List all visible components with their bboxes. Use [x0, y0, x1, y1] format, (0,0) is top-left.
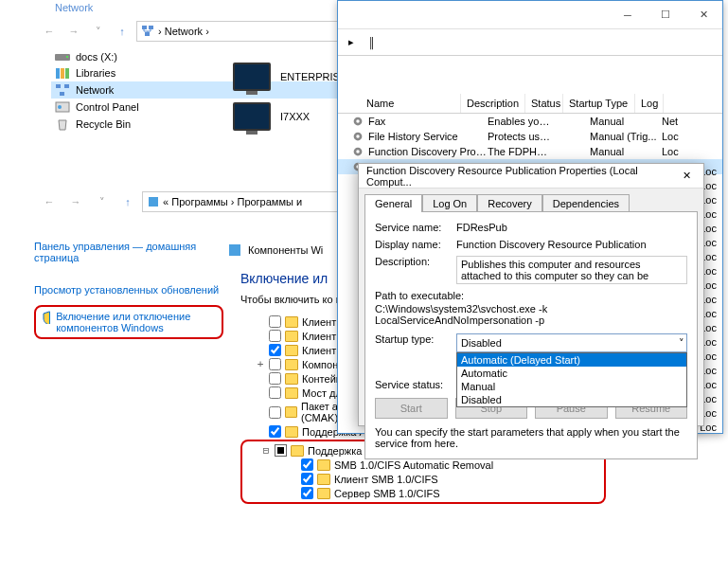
svg-rect-0: [142, 26, 147, 29]
forward-button[interactable]: →: [62, 21, 85, 42]
feature-checkbox[interactable]: [269, 315, 281, 328]
service-row[interactable]: Function Discovery Provide...The FDPHO..…: [338, 144, 722, 159]
label-service-status: Service status:: [375, 379, 456, 390]
services-toolbar: ▸ ║: [338, 29, 722, 56]
folder-icon: [317, 459, 330, 471]
close-button[interactable]: ✕: [684, 1, 722, 29]
feature-checkbox[interactable]: [269, 386, 281, 399]
cp-toggle-features-link[interactable]: Включение или отключение компонентов Win…: [56, 311, 216, 333]
option-automatic[interactable]: Automatic: [457, 367, 686, 380]
features-icon: [227, 243, 242, 258]
services-columns: Name Description Status Startup Type Log: [338, 94, 722, 114]
feature-checkbox[interactable]: [301, 473, 313, 485]
feature-item-smb-child[interactable]: Клиент SMB 1.0/CIFS: [246, 472, 600, 486]
computer-icon: [233, 63, 271, 91]
feature-checkbox[interactable]: [301, 487, 313, 499]
folder-icon: [317, 474, 330, 485]
control-panel-icon: [55, 100, 70, 114]
feature-checkbox[interactable]: [269, 358, 281, 370]
folder-icon: [291, 445, 304, 457]
col-name[interactable]: Name: [338, 94, 461, 113]
breadcrumb-item[interactable]: Network: [165, 26, 203, 37]
svg-rect-5: [56, 68, 60, 79]
svg-point-12: [58, 105, 62, 109]
feature-checkbox-partial[interactable]: [275, 444, 287, 457]
startup-type-select[interactable]: Disabled˅ Automatic (Delayed Start) Auto…: [456, 333, 687, 352]
col-startup[interactable]: Startup Type: [563, 94, 635, 113]
back-button[interactable]: ←: [38, 191, 61, 212]
tab-general[interactable]: General: [364, 194, 422, 212]
col-status[interactable]: Status: [525, 94, 563, 113]
programs-nav-bar: ← → ˅ ↑ « Программы › Программы и: [38, 191, 360, 212]
cp-view-updates-link[interactable]: Просмотр установленных обновлений: [34, 280, 223, 299]
up-button[interactable]: ↑: [112, 21, 133, 42]
service-row[interactable]: File History ServiceProtects use...Manua…: [338, 129, 722, 144]
feature-checkbox[interactable]: [269, 344, 281, 356]
svg-point-4: [66, 56, 68, 58]
forward-button[interactable]: →: [64, 191, 87, 212]
toolbar-play-icon[interactable]: ▸: [342, 33, 361, 52]
option-auto-delayed[interactable]: Automatic (Delayed Start): [457, 353, 686, 367]
label-path: Path to executable:: [375, 290, 687, 301]
address-bar[interactable]: › Network ›: [136, 21, 360, 42]
tab-logon[interactable]: Log On: [422, 194, 477, 212]
col-logon[interactable]: Log: [635, 94, 664, 113]
computer-icon: [233, 102, 271, 131]
recent-dropdown[interactable]: ˅: [91, 191, 114, 212]
label-description: Description:: [375, 256, 456, 267]
folder-icon: [285, 359, 298, 370]
svg-rect-1: [149, 26, 153, 29]
start-params-note: You can specify the start parameters tha…: [375, 426, 687, 449]
folder-icon: [285, 316, 298, 328]
tab-recovery[interactable]: Recovery: [477, 194, 542, 212]
feature-checkbox[interactable]: [301, 458, 313, 471]
cell-logon: Loc: [662, 146, 690, 157]
maximize-button[interactable]: ☐: [647, 1, 684, 29]
cell-desc: Protects use...: [488, 131, 552, 142]
recycle-bin-icon: [55, 117, 70, 131]
value-display-name: Function Discovery Resource Publication: [456, 239, 687, 250]
svg-point-16: [356, 119, 360, 123]
tab-body-general: Service name:FDResPub Display name:Funct…: [364, 211, 698, 459]
toolbar-sep: ║: [363, 33, 382, 52]
minimize-button[interactable]: ─: [609, 1, 647, 29]
close-button[interactable]: ✕: [674, 167, 700, 186]
feature-checkbox[interactable]: [269, 372, 281, 385]
svg-rect-6: [61, 68, 64, 79]
feature-checkbox[interactable]: [269, 425, 281, 438]
feature-checkbox[interactable]: [269, 406, 281, 419]
computer-item[interactable]: ENTERPRISE: [227, 57, 352, 97]
feature-label: SMB 1.0/CIFS Automatic Removal: [334, 459, 493, 471]
libraries-icon: [55, 66, 70, 80]
option-manual[interactable]: Manual: [457, 380, 686, 393]
cell-desc: Enables you...: [488, 116, 552, 127]
feature-item-smb-child[interactable]: SMB 1.0/CIFS Automatic Removal: [246, 458, 600, 472]
col-description[interactable]: Description: [461, 94, 525, 113]
cp-home-link[interactable]: Панель управления — домашняя страница: [34, 237, 223, 267]
address-bar[interactable]: « Программы › Программы и: [142, 191, 360, 212]
feature-checkbox[interactable]: [269, 330, 281, 342]
svg-rect-9: [64, 84, 69, 88]
breadcrumb-sep: ›: [205, 26, 209, 37]
feature-item-smb-child[interactable]: Сервер SMB 1.0/CIFS: [246, 486, 600, 500]
option-disabled[interactable]: Disabled: [457, 393, 686, 406]
feature-label: Клиент: [302, 345, 336, 356]
props-titlebar[interactable]: Function Discovery Resource Publication …: [359, 164, 703, 189]
gear-icon: [351, 130, 364, 143]
start-button[interactable]: Start: [375, 398, 448, 419]
file-explorer-window: Network ← → ˅ ↑ › Network › docs (X:) Li…: [38, 0, 360, 189]
expand-toggle[interactable]: ⊟: [261, 444, 271, 457]
explorer-nav-bar: ← → ˅ ↑ › Network ›: [38, 19, 360, 49]
chevron-down-icon: ˅: [679, 337, 684, 350]
recent-dropdown[interactable]: ˅: [87, 21, 110, 42]
programs-icon: [147, 195, 160, 208]
svg-rect-14: [229, 244, 240, 256]
folder-icon: [285, 426, 298, 438]
computer-item[interactable]: I7XXX: [227, 97, 352, 136]
up-button[interactable]: ↑: [117, 191, 138, 212]
service-row[interactable]: FaxEnables you...ManualNet: [338, 114, 722, 129]
tab-dependencies[interactable]: Dependencies: [542, 194, 630, 212]
back-button[interactable]: ←: [38, 21, 61, 42]
feature-label: Клиент SMB 1.0/CIFS: [334, 474, 438, 485]
expand-toggle[interactable]: +: [256, 358, 265, 370]
